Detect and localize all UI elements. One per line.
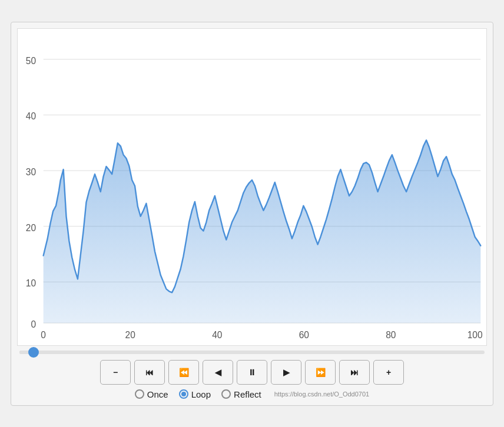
reflect-label: Reflect (234, 389, 261, 399)
x-label-80: 80 (386, 329, 396, 339)
back-button[interactable]: ◀ (203, 360, 233, 385)
watermark-text: https://blog.csdn.net/O_Odd0701 (274, 391, 369, 398)
prev-frame-button[interactable]: ⏪ (168, 360, 199, 385)
slider-area (17, 351, 487, 354)
radio-reflect[interactable] (221, 389, 231, 399)
y-label-10: 10 (26, 278, 37, 288)
chart-area: 50 40 30 20 10 0 0 20 40 60 80 100 (17, 28, 487, 346)
x-label-20: 20 (125, 329, 136, 339)
slider-track[interactable] (19, 351, 485, 354)
loop-label: Loop (191, 389, 211, 399)
controls-bar: − ⏮ ⏪ ◀ ⏸ ▶ ⏩ ⏭ + (17, 360, 487, 385)
pause-icon: ⏸ (248, 368, 256, 377)
plus-button[interactable]: + (373, 360, 404, 385)
back-icon: ◀ (215, 368, 221, 377)
radio-once[interactable] (135, 389, 144, 399)
skip-back-button[interactable]: ⏮ (134, 360, 165, 385)
pause-button[interactable]: ⏸ (237, 360, 267, 385)
option-reflect[interactable]: Reflect (221, 389, 261, 399)
next-frame-icon: ⏩ (316, 368, 326, 377)
x-label-40: 40 (212, 329, 223, 339)
x-label-60: 60 (299, 329, 310, 339)
slider-thumb[interactable] (28, 347, 39, 358)
chart-svg: 50 40 30 20 10 0 0 20 40 60 80 100 (18, 29, 486, 345)
main-container: 50 40 30 20 10 0 0 20 40 60 80 100 (11, 22, 493, 406)
radio-loop[interactable] (179, 389, 188, 399)
option-loop[interactable]: Loop (179, 389, 211, 399)
y-label-0: 0 (31, 319, 36, 329)
skip-fwd-icon: ⏭ (350, 368, 359, 377)
x-label-0: 0 (41, 329, 46, 339)
play-button[interactable]: ▶ (271, 360, 301, 385)
y-label-50: 50 (26, 55, 37, 65)
play-icon: ▶ (283, 368, 290, 377)
skip-back-icon: ⏮ (145, 368, 154, 377)
once-label: Once (147, 389, 168, 399)
skip-fwd-button[interactable]: ⏭ (339, 360, 370, 385)
x-label-100: 100 (467, 329, 483, 339)
next-frame-button[interactable]: ⏩ (305, 360, 336, 385)
minus-button[interactable]: − (100, 360, 131, 385)
y-label-20: 20 (26, 222, 37, 232)
radio-loop-inner (181, 392, 186, 396)
option-once[interactable]: Once (135, 389, 168, 399)
prev-frame-icon: ⏪ (179, 368, 189, 377)
playback-options: Once Loop Reflect https://blog.csdn.net/… (17, 389, 487, 399)
y-label-40: 40 (26, 111, 37, 121)
y-label-30: 30 (26, 166, 37, 176)
